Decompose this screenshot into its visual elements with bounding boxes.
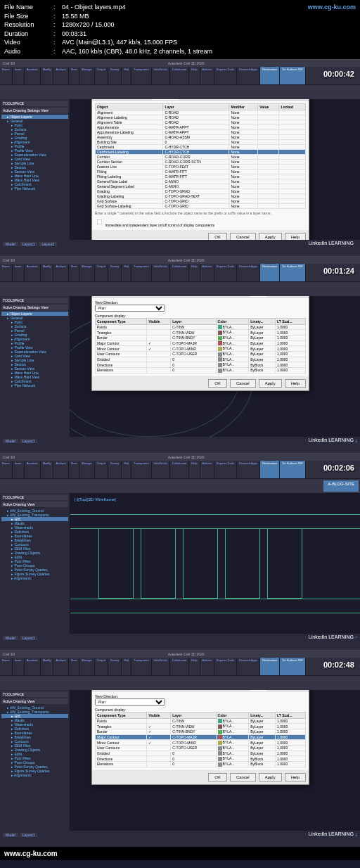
dialog-tab[interactable]: Object Layers — [152, 99, 180, 100]
dialog-tab[interactable]: Summary — [267, 296, 288, 297]
ribbon-tab[interactable]: Geolocation — [260, 264, 280, 281]
ribbon-tab[interactable]: Output — [95, 461, 108, 478]
ok-button[interactable]: OK — [208, 233, 227, 240]
tree-item[interactable]: ▸ Pipe Network — [1, 186, 68, 191]
ribbon-tab[interactable]: Rail — [122, 461, 131, 478]
ribbon-tab[interactable]: InfraWorks — [152, 461, 170, 478]
dialog-tab[interactable]: Grid — [155, 690, 168, 691]
ribbon-tab[interactable]: Geolocation — [260, 658, 280, 675]
table-row[interactable]: Alignment-LabelingC-ROADNone — [96, 115, 306, 120]
dialog-tab[interactable]: Ambient Settings — [208, 99, 241, 100]
table-row[interactable]: Gridded0BYLA...ByLayer1.0000 — [96, 751, 306, 756]
dialog-tab[interactable]: Triangles — [184, 690, 205, 691]
ribbon-tab[interactable]: InfraWorks — [152, 67, 170, 84]
ribbon-tab[interactable]: Rail — [122, 264, 131, 281]
table-row[interactable]: Corridor SectionC-ROAD-CORR-SCTNNone — [96, 159, 306, 164]
ribbon-tab[interactable]: Transparent — [131, 264, 151, 281]
table-row[interactable]: FittingC-WATR-FITTNone — [96, 169, 306, 174]
table-row[interactable]: General Note LabelC-ANNONone — [96, 179, 306, 184]
ribbon-tab[interactable]: View — [69, 658, 80, 675]
ribbon-tab[interactable]: Collaborate — [170, 264, 189, 281]
ribbon-tab[interactable]: Tin Surface: GIS — [280, 658, 305, 675]
tree-item[interactable]: ▸ Alignments — [1, 576, 68, 580]
ribbon-tab[interactable]: Output — [95, 264, 108, 281]
ribbon-tab[interactable]: Analyze — [53, 264, 68, 281]
table-row[interactable]: Directions0BYLA...ByBlock1.0000 — [96, 362, 306, 368]
table-row[interactable]: TrianglesC-TINN-VIEWBYLA...ByLayer1.0000 — [96, 330, 306, 336]
table-row[interactable]: Gridded0BYLA...ByLayer1.0000 — [96, 357, 306, 362]
ribbon-tab[interactable]: Insert — [13, 67, 25, 84]
ribbon-tab[interactable]: Annotate — [25, 264, 41, 281]
ribbon-tab[interactable]: Rail — [122, 67, 131, 84]
ribbon-tab[interactable]: Add-ins — [200, 67, 215, 84]
apply-button[interactable]: Apply — [259, 233, 282, 240]
table-row[interactable]: Triangles✓C-TINN-VIEWBYLA...ByLayer1.000… — [96, 724, 306, 729]
tree-item[interactable]: ▸ Alignments — [1, 773, 68, 777]
component-display-table[interactable]: Component TypeVisibleLayerColorLinety...… — [95, 318, 306, 374]
dialog-tab[interactable]: Contours — [135, 690, 155, 691]
drawing-canvas[interactable]: [-][Top][2D Wireframe] — [70, 493, 360, 634]
ribbon-tab[interactable]: Express Tools — [214, 658, 237, 675]
table-row[interactable]: Elevations0BYLA...ByBlock1.0000 — [96, 367, 306, 373]
ribbon-tab[interactable]: Output — [95, 67, 108, 84]
ribbon-tab[interactable]: Survey — [108, 658, 122, 675]
table-row[interactable]: Building Site0None — [96, 139, 306, 144]
ribbon-tab[interactable]: Help — [189, 67, 200, 84]
table-row[interactable]: Grid Surface-LabelingC-TOPO-GRIDNone — [96, 203, 306, 208]
dialog-tab[interactable]: Display — [250, 296, 267, 297]
table-row[interactable]: Catchment-LabelingC-HYDR-CTCHNone — [96, 149, 306, 154]
table-row[interactable]: Feature LineC-TOPO-FEATNone — [96, 164, 306, 169]
ribbon-tab[interactable]: Express Tools — [214, 67, 237, 84]
table-row[interactable]: Minor Contour✓C-TOPO-MINRBYLA...ByLayer1… — [96, 740, 306, 746]
ribbon-tab[interactable]: Transparent — [131, 461, 151, 478]
dialog-tab[interactable]: Contours — [135, 296, 155, 297]
table-row[interactable]: General Segment LabelC-ANNONone — [96, 184, 306, 189]
table-row[interactable]: BorderC-TINN-BNDYBYLA...ByLayer1.0000 — [96, 335, 306, 340]
ribbon-tab[interactable]: Help — [189, 264, 200, 281]
drawing-canvas[interactable]: Surface Style - Contours 1' and 5' (Back… — [70, 296, 360, 437]
table-row[interactable]: User ContoursC-TOPO-USERBYLA...ByLayer1.… — [96, 745, 306, 751]
help-button[interactable]: Help — [285, 233, 306, 240]
ribbon-tab[interactable]: Insert — [13, 658, 25, 675]
dialog-tab[interactable]: Points — [168, 690, 184, 691]
toolspace-panel[interactable]: TOOLSPACE Active Drawing Settings View ▸… — [0, 296, 70, 437]
ribbon-tab[interactable]: Geolocation — [260, 461, 280, 478]
ribbon-tab[interactable]: Insert — [13, 461, 25, 478]
help-button[interactable]: Help — [285, 379, 306, 388]
drawing-canvas[interactable]: Surface Style - Contours and Triangles× … — [70, 690, 360, 831]
table-row[interactable]: AssemblyC-ROAD-ASSMNone — [96, 134, 306, 139]
ribbon-tab[interactable]: Add-ins — [200, 461, 215, 478]
ribbon-tab[interactable]: Survey — [108, 461, 122, 478]
ribbon-tab[interactable]: Add-ins — [200, 264, 215, 281]
ribbon-tab[interactable]: Annotate — [25, 461, 41, 478]
dialog-tab[interactable]: Transformation — [122, 99, 152, 100]
ribbon-tab[interactable]: Express Tools — [214, 264, 237, 281]
dialog-tab[interactable]: Analysis — [230, 296, 250, 297]
ok-button[interactable]: OK — [208, 379, 227, 388]
cancel-button[interactable]: Cancel — [230, 233, 256, 240]
ribbon-tab[interactable]: Transparent — [131, 658, 151, 675]
view-direction-select[interactable]: Plan — [95, 305, 165, 312]
ribbon-tab[interactable]: Home — [0, 461, 13, 478]
table-row[interactable]: Fitting-LabelingC-WATR-FITTNone — [96, 174, 306, 179]
ribbon-tab[interactable]: View — [69, 67, 80, 84]
table-row[interactable]: User ContoursC-TOPO-USERBYLA...ByLayer1.… — [96, 351, 306, 357]
ribbon-tab[interactable]: Featured Apps — [237, 461, 260, 478]
table-row[interactable]: PointsC-TINNBYLA...ByLayer1.0000 — [96, 718, 306, 724]
dialog-tab[interactable]: Borders — [116, 690, 135, 691]
drawing-canvas[interactable]: Drawing Settings - Object Layers× Units … — [70, 99, 360, 240]
apply-button[interactable]: Apply — [259, 379, 282, 388]
ribbon-tab[interactable]: Survey — [108, 264, 122, 281]
ribbon-tab[interactable]: Home — [0, 264, 13, 281]
ribbon-tab[interactable]: Modify — [41, 461, 54, 478]
dialog-tab[interactable]: Units and Zone — [92, 99, 122, 100]
dialog-tab[interactable]: Grid — [155, 296, 168, 297]
layer-control-checkbox[interactable] — [97, 219, 103, 224]
table-row[interactable]: GradingC-TOPO-GRADNone — [96, 189, 306, 193]
dialog-tab[interactable]: Borders — [116, 296, 135, 297]
ribbon-tab[interactable]: Transparent — [131, 67, 151, 84]
table-row[interactable]: AppurtenanceC-WATR-APPTNone — [96, 125, 306, 129]
ribbon-tab[interactable]: Tin Surface: GIS — [280, 67, 305, 84]
cancel-button[interactable]: Cancel — [230, 773, 256, 781]
dialog-tab[interactable]: Display — [250, 690, 267, 691]
